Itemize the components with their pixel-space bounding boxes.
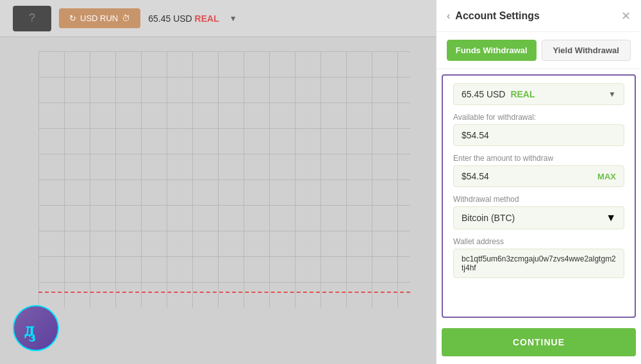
svg-text:ꚉ: ꚉ bbox=[24, 318, 35, 342]
close-button[interactable]: ✕ bbox=[621, 10, 631, 22]
balance-chevron-icon[interactable]: ▼ bbox=[229, 14, 237, 23]
selector-chevron-icon: ▼ bbox=[608, 90, 616, 99]
logo-circle: ꚉ bbox=[13, 305, 59, 351]
panel-body: 65.45 USD REAL ▼ Available for withdrawa… bbox=[442, 74, 636, 318]
amount-field[interactable]: $54.54 MAX bbox=[453, 165, 624, 187]
mystery-icon: ? bbox=[29, 12, 35, 25]
continue-button[interactable]: CONTINUE bbox=[442, 328, 636, 356]
max-button[interactable]: MAX bbox=[597, 172, 616, 181]
funds-withdrawal-tab[interactable]: Funds Withdrawal bbox=[447, 40, 537, 61]
method-selector[interactable]: Bitcoin (BTC) ▼ bbox=[453, 206, 624, 229]
currency-selector[interactable]: 65.45 USD REAL ▼ bbox=[453, 83, 624, 105]
available-group: Available for withdrawal: $54.54 bbox=[453, 113, 624, 146]
real-badge: REAL bbox=[195, 13, 219, 24]
amount-label: Enter the amount to withdraw bbox=[453, 154, 624, 163]
mystery-box[interactable]: ? bbox=[13, 6, 51, 31]
logo-icon: ꚉ bbox=[22, 314, 50, 342]
available-value-field: $54.54 bbox=[453, 124, 624, 146]
clock-icon: ⏱ bbox=[122, 13, 130, 23]
chart-grid bbox=[38, 51, 410, 308]
amount-value: $54.54 bbox=[462, 171, 489, 181]
panel-header-left: ‹ Account Settings bbox=[447, 10, 540, 22]
wallet-label: Wallet address bbox=[453, 237, 624, 246]
amount-group: Enter the amount to withdraw $54.54 MAX bbox=[453, 154, 624, 187]
tab-row: Funds Withdrawal Yield Withdrawal bbox=[437, 32, 641, 69]
method-value: Bitcoin (BTC) bbox=[462, 213, 515, 223]
method-group: Withdrawal method Bitcoin (BTC) ▼ bbox=[453, 195, 624, 229]
available-label: Available for withdrawal: bbox=[453, 113, 624, 122]
refresh-icon: ↻ bbox=[69, 13, 76, 23]
selector-amount: 65.45 USD bbox=[462, 89, 505, 99]
usd-run-label: USD RUN bbox=[80, 13, 118, 23]
account-settings-panel: ‹ Account Settings ✕ Funds Withdrawal Yi… bbox=[436, 0, 641, 364]
wallet-address-field[interactable]: bc1qtf5um6n3zcmgaju0w7zvs4wwe2algtgm2tj4… bbox=[453, 249, 624, 278]
back-button[interactable]: ‹ bbox=[447, 10, 450, 22]
method-chevron-icon: ▼ bbox=[606, 212, 616, 224]
main-background: ? ↻ USD RUN ⏱ 65.45 USD REAL ▼ ꚉ bbox=[0, 0, 436, 364]
available-value: $54.54 bbox=[462, 130, 489, 140]
top-bar: ? ↻ USD RUN ⏱ 65.45 USD REAL ▼ bbox=[0, 0, 436, 37]
panel-header: ‹ Account Settings ✕ bbox=[437, 0, 641, 32]
wallet-group: Wallet address bc1qtf5um6n3zcmgaju0w7zvs… bbox=[453, 237, 624, 278]
balance-value: 65.45 USD bbox=[148, 13, 192, 24]
balance-display: 65.45 USD REAL bbox=[148, 13, 219, 24]
method-label: Withdrawal method bbox=[453, 195, 624, 204]
selector-badge: REAL bbox=[510, 89, 535, 99]
selector-value: 65.45 USD REAL bbox=[462, 89, 535, 99]
panel-title: Account Settings bbox=[455, 10, 540, 22]
dashed-line bbox=[38, 292, 410, 293]
usd-run-button[interactable]: ↻ USD RUN ⏱ bbox=[59, 8, 140, 28]
wallet-address-value: bc1qtf5um6n3zcmgaju0w7zvs4wwe2algtgm2tj4… bbox=[462, 254, 616, 272]
yield-withdrawal-tab[interactable]: Yield Withdrawal bbox=[542, 40, 631, 61]
